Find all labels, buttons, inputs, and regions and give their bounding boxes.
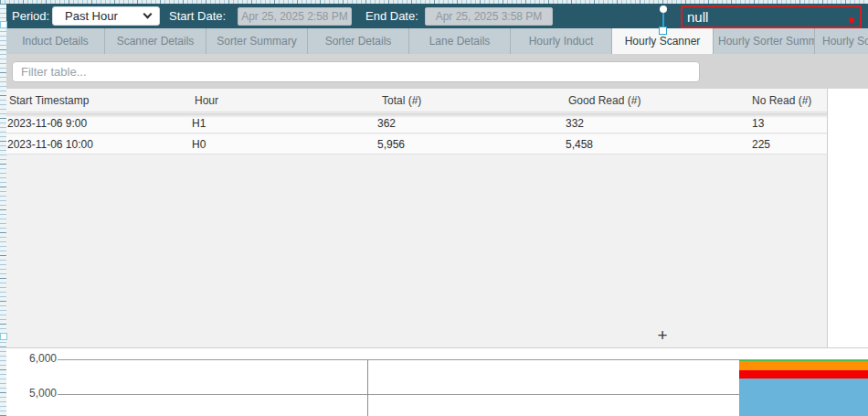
stacked-bar	[739, 360, 868, 416]
y-axis-tick-label: 5,000	[11, 387, 57, 400]
splitter-handle-bottom-icon[interactable]	[659, 27, 667, 35]
bar-segment-good-read	[739, 379, 868, 416]
selection-handle-bottom[interactable]	[0, 333, 7, 340]
data-table: Start Timestamp Hour Total (#) Good Read…	[6, 89, 868, 347]
end-date-input[interactable]	[425, 7, 553, 26]
filter-table-input[interactable]	[12, 61, 700, 82]
table-row: 2023-11-06 9:00 H1 362 332 13	[6, 113, 827, 133]
cell-hour: H1	[192, 113, 206, 133]
cell-no-read: 225	[752, 134, 770, 155]
tab-lane-details[interactable]: Lane Details	[409, 28, 511, 54]
cell-good-read: 332	[566, 113, 584, 133]
chart-panel: 6,000 5,000	[6, 347, 868, 416]
chevron-down-icon	[143, 10, 153, 19]
null-field-value: null	[683, 7, 860, 27]
selected-null-field[interactable]: null	[681, 5, 862, 28]
selection-handle-top[interactable]	[0, 21, 7, 28]
column-header-start-timestamp[interactable]: Start Timestamp	[9, 89, 89, 112]
table-row: 2023-11-06 10:00 H0 5,956 5,458 225	[6, 134, 827, 155]
cell-good-read: 5,458	[566, 134, 593, 155]
splitter-handle-top-icon[interactable]	[660, 5, 667, 13]
start-date-label: Start Date:	[169, 4, 226, 28]
cell-start-timestamp: 2023-11-06 10:00	[7, 134, 93, 155]
table-header-row: Start Timestamp Hour Total (#) Good Read…	[6, 89, 827, 112]
tab-induct-details[interactable]: Induct Details	[6, 28, 105, 54]
tab-sorter-summary[interactable]: Sorter Summary	[206, 28, 308, 54]
tab-hourly-induct[interactable]: Hourly Induct	[511, 28, 612, 54]
tab-sorter-details[interactable]: Sorter Details	[308, 28, 409, 54]
cell-no-read: 13	[752, 113, 764, 133]
tab-hourly-sorter-summary[interactable]: Hourly Sorter Summar	[714, 28, 815, 54]
tab-bar: Induct Details Scanner Details Sorter Su…	[6, 28, 868, 54]
tab-scanner-details[interactable]: Scanner Details	[105, 28, 206, 54]
left-ruler	[0, 4, 6, 416]
start-date-input[interactable]	[238, 7, 352, 26]
tab-hourly-sorter[interactable]: Hourly Sort	[815, 28, 868, 54]
vertical-gridline	[367, 360, 368, 416]
bar-segment-other	[739, 361, 868, 370]
period-label: Period:	[12, 4, 49, 28]
column-header-good-read[interactable]: Good Read (#)	[568, 89, 640, 112]
add-button[interactable]: +	[649, 325, 676, 346]
table-scrollbar-track[interactable]	[827, 89, 868, 347]
period-select[interactable]: Past Hour	[52, 6, 160, 26]
app-window: Period: Past Hour Start Date: End Date: …	[0, 0, 868, 416]
bar-segment-no-read	[739, 370, 868, 379]
y-axis-tick-label: 6,000	[11, 352, 57, 365]
period-selected-value: Past Hour	[65, 9, 118, 23]
cell-start-timestamp: 2023-11-06 9:00	[7, 113, 87, 133]
cell-hour: H0	[192, 134, 206, 155]
end-date-label: End Date:	[365, 4, 418, 28]
cell-total: 362	[377, 113, 396, 133]
column-header-total[interactable]: Total (#)	[382, 89, 421, 112]
column-header-hour[interactable]: Hour	[195, 89, 218, 112]
filter-panel	[6, 54, 868, 89]
column-header-no-read[interactable]: No Read (#)	[752, 89, 811, 112]
cell-total: 5,956	[377, 134, 405, 155]
selection-dot-icon	[849, 17, 854, 23]
